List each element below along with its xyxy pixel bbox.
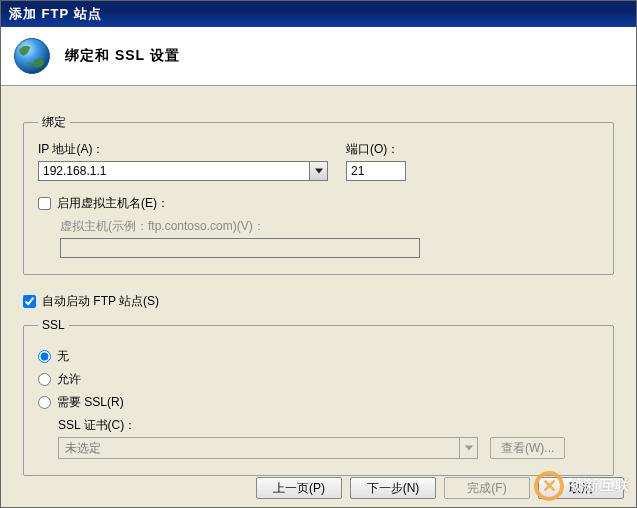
binding-legend: 绑定	[38, 114, 70, 131]
wizard-footer: 上一页(P) 下一步(N) 完成(F) 取消	[256, 477, 624, 499]
enable-virtual-hostname-label: 启用虚拟主机名(E)：	[57, 195, 169, 212]
enable-virtual-hostname-checkbox[interactable]	[38, 197, 51, 210]
ssl-none-label: 无	[57, 348, 69, 365]
view-cert-button: 查看(W)...	[490, 437, 565, 459]
ssl-allow-label: 允许	[57, 371, 81, 388]
chevron-down-icon	[315, 168, 323, 174]
next-button[interactable]: 下一步(N)	[350, 477, 436, 499]
ssl-cert-input	[58, 437, 459, 459]
ssl-cert-dropdown-button	[459, 437, 478, 459]
port-label: 端口(O)：	[346, 141, 406, 158]
previous-button[interactable]: 上一页(P)	[256, 477, 342, 499]
window-title: 添加 FTP 站点	[9, 6, 102, 21]
globe-icon	[11, 35, 53, 77]
ssl-allow-radio[interactable]	[38, 373, 51, 386]
add-ftp-site-window: 添加 FTP 站点 绑定和 SSL 设置 绑定	[0, 0, 637, 508]
ip-address-dropdown-button[interactable]	[309, 161, 328, 181]
body: 绑定 IP 地址(A)： 端口(O)：	[1, 86, 636, 504]
binding-group: 绑定 IP 地址(A)： 端口(O)：	[23, 114, 614, 275]
ssl-none-radio[interactable]	[38, 350, 51, 363]
ssl-legend: SSL	[38, 318, 69, 332]
ip-address-input[interactable]	[38, 161, 309, 181]
ip-address-combo[interactable]	[38, 161, 328, 181]
cancel-button[interactable]: 取消	[538, 477, 624, 499]
finish-button: 完成(F)	[444, 477, 530, 499]
svg-point-0	[15, 39, 50, 74]
ip-address-label: IP 地址(A)：	[38, 141, 328, 158]
ssl-require-label: 需要 SSL(R)	[57, 394, 124, 411]
autostart-label: 自动启动 FTP 站点(S)	[42, 293, 159, 310]
ssl-require-radio[interactable]	[38, 396, 51, 409]
port-input[interactable]	[346, 161, 406, 181]
virtual-host-input	[60, 238, 420, 258]
ssl-cert-label: SSL 证书(C)：	[58, 417, 599, 434]
header: 绑定和 SSL 设置	[1, 27, 636, 86]
ssl-group: SSL 无 允许 需要 SSL(R) SSL 证书(C)：	[23, 318, 614, 476]
chevron-down-icon	[465, 445, 473, 451]
page-title: 绑定和 SSL 设置	[65, 47, 180, 65]
virtual-host-label: 虚拟主机(示例：ftp.contoso.com)(V)：	[60, 218, 599, 235]
autostart-checkbox[interactable]	[23, 295, 36, 308]
titlebar: 添加 FTP 站点	[1, 1, 636, 27]
ssl-cert-combo	[58, 437, 478, 459]
